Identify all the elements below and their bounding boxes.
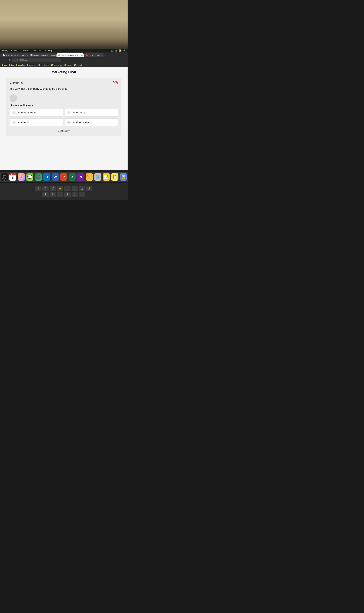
- key-f4[interactable]: 🔍 F4: [42, 186, 49, 191]
- browser-window: 📄 AL EXAM STUDY GUIDE: ✕ 📊 Grades - Fund…: [0, 53, 128, 170]
- key-f4-label: 🔍: [45, 187, 46, 189]
- keyboard-fn-row: ⊡ F3 🔍 F4 🎤 F5 🌙 F6 ⏮ F7 ⏯ F8 ⏭ F9 🔇: [1, 186, 126, 191]
- key-5[interactable]: % 5: [50, 192, 56, 197]
- answer-option-1[interactable]: 1 brand reinforcement: [10, 109, 63, 117]
- tab-exam-study-favicon: 📄: [3, 54, 5, 56]
- bookmark-marketing[interactable]: 📁 marketing: [38, 64, 49, 66]
- bookmark-ms-icon: 📁: [1, 64, 4, 66]
- dock-photos[interactable]: 🌸: [18, 173, 25, 181]
- bookmark-comm[interactable]: 📁 comm: [64, 64, 72, 66]
- answer-option-4[interactable]: 4 brand personality: [65, 118, 118, 126]
- key-8-fn: 8: [73, 195, 77, 196]
- menubar-search-icon[interactable]: 🔍: [123, 49, 126, 52]
- key-7[interactable]: & 7: [64, 192, 71, 197]
- menu-tab[interactable]: Tab: [33, 49, 36, 52]
- answer-number-3: 3: [12, 121, 16, 124]
- tab-exam-study[interactable]: 📄 AL EXAM STUDY GUIDE: ✕: [1, 53, 28, 57]
- bookmark-card-icon[interactable]: 🔖: [115, 81, 118, 84]
- key-9-top: (: [82, 193, 82, 195]
- tab-costco[interactable]: 🔴 couch | Costco ✕: [84, 53, 104, 57]
- key-f6[interactable]: 🌙 F6: [57, 186, 63, 191]
- key-f9[interactable]: ⏭ F9: [79, 186, 85, 191]
- bookmark-english-label: english: [77, 64, 82, 66]
- dock-preview[interactable]: 🖼️: [120, 173, 127, 181]
- tab-grades[interactable]: 📊 Grades - Fundamentals of Ac ✕: [29, 53, 56, 57]
- address-input[interactable]: [12, 58, 61, 62]
- key-f7-label: ⏮: [67, 187, 68, 189]
- answer-option-3[interactable]: 3 brand recall: [10, 118, 63, 126]
- dock-powerpoint[interactable]: P: [60, 173, 67, 181]
- definition-header: Definition 🔊: [10, 81, 118, 84]
- answer-text-2: brand identity: [72, 111, 85, 114]
- dock-pencil-app[interactable]: ✏️: [86, 173, 93, 181]
- bookmark-accounting[interactable]: 📁 accounting: [51, 64, 62, 66]
- key-f5[interactable]: 🎤 F5: [50, 186, 56, 191]
- dock-messages[interactable]: 💬: [26, 173, 33, 181]
- menu-help[interactable]: Help: [48, 49, 52, 52]
- answer-number-1: 1: [12, 111, 16, 114]
- menu-bar: History Bookmarks Profiles Tab Window He…: [0, 49, 128, 53]
- nav-reload-icon[interactable]: ↻: [9, 59, 11, 62]
- dock-calendar[interactable]: MAY 6: [9, 173, 16, 181]
- dock-spotify[interactable]: 🎵: [0, 173, 8, 181]
- key-8[interactable]: * 8: [72, 192, 78, 197]
- dont-know-button[interactable]: Don't know?: [10, 129, 118, 133]
- key-f10[interactable]: 🔇 F10: [86, 186, 92, 191]
- key-6[interactable]: ^ 6: [57, 192, 63, 197]
- bookmarks-more-icon[interactable]: ✂: [85, 64, 87, 67]
- audio-icon[interactable]: 🔊: [21, 81, 24, 84]
- menubar-wifi-icon: 📶: [119, 49, 121, 52]
- nav-back-icon[interactable]: ←: [1, 59, 4, 61]
- dock-onenote[interactable]: N: [77, 173, 84, 181]
- menu-bookmarks[interactable]: Bookmarks: [11, 49, 21, 52]
- bookmark-tcu[interactable]: 📁 tcu: [9, 64, 14, 66]
- key-f8-label: ⏯: [74, 187, 76, 189]
- key-f8[interactable]: ⏯ F8: [72, 186, 78, 191]
- answer-grid: 1 brand reinforcement 2 brand identity 3…: [10, 109, 118, 126]
- new-tab-button[interactable]: +: [104, 54, 108, 57]
- answer-option-2[interactable]: 2 brand identity: [65, 109, 118, 117]
- key-6-top: ^: [60, 193, 61, 195]
- nav-forward-icon[interactable]: →: [5, 59, 8, 61]
- tab-exam-study-close[interactable]: ✕: [27, 54, 28, 56]
- key-4[interactable]: $ 4: [42, 192, 49, 197]
- key-f9-fn: F9: [80, 189, 84, 190]
- key-f3[interactable]: ⊡ F3: [35, 186, 41, 191]
- menu-history[interactable]: History: [2, 49, 8, 52]
- menubar-screen-icon: 📺: [111, 49, 113, 52]
- tab-learn[interactable]: 🟠 Learn: Marketing Final | Quiz ✕: [56, 53, 84, 57]
- key-f7-fn: F7: [65, 189, 69, 190]
- key-9[interactable]: ( 9: [79, 192, 85, 197]
- key-9-fn: 9: [80, 195, 84, 196]
- tab-learn-favicon: 🟠: [58, 54, 60, 56]
- bookmark-googles[interactable]: 📁 googles: [15, 64, 25, 66]
- menu-profiles[interactable]: Profiles: [23, 49, 30, 52]
- dock-excel[interactable]: X: [69, 173, 76, 181]
- bookmark-coaching[interactable]: 📁 coaching: [26, 64, 37, 66]
- menu-window[interactable]: Window: [39, 49, 46, 52]
- key-f7[interactable]: ⏮ F7: [64, 186, 71, 191]
- dock: 🎵 MAY 6 🌸 💬 📹 O W P: [0, 172, 128, 182]
- key-f3-fn: F3: [36, 189, 40, 190]
- dock-stickies[interactable]: 📝: [103, 173, 110, 181]
- keyboard-num-row: $ 4 % 5 ^ 6 & 7 * 8 ( 9: [1, 192, 126, 197]
- dock-system-prefs[interactable]: ⚙️: [94, 173, 102, 181]
- flashcard-container: ↖ 🔖 Definition 🔊 the way that a company …: [6, 78, 121, 136]
- dock-word[interactable]: W: [52, 173, 59, 181]
- dock-facetime[interactable]: 📹: [35, 173, 42, 181]
- key-4-top: $: [45, 193, 46, 195]
- page-title: Marketing Final: [2, 70, 125, 74]
- dock-notes[interactable]: 📋: [111, 173, 118, 181]
- bookmark-accounting-icon: 📁: [51, 64, 53, 66]
- key-7-fn: 7: [65, 195, 69, 196]
- bookmark-tcu-label: tcu: [11, 64, 14, 66]
- key-f9-label: ⏭: [81, 187, 83, 189]
- keyboard-area: ⊡ F3 🔍 F4 🎤 F5 🌙 F6 ⏮ F7 ⏯ F8 ⏭ F9 🔇: [0, 183, 128, 200]
- dock-outlook[interactable]: O: [43, 173, 51, 181]
- bookmark-english[interactable]: 📁 english: [74, 64, 82, 66]
- bookmark-ms-label: ms: [4, 64, 7, 66]
- tab-costco-label: couch | Costco: [89, 54, 100, 56]
- tab-costco-close[interactable]: ✕: [101, 54, 103, 56]
- bookmark-ms[interactable]: 📁 ms: [1, 64, 7, 66]
- dock-calendar-day: 6: [12, 176, 14, 180]
